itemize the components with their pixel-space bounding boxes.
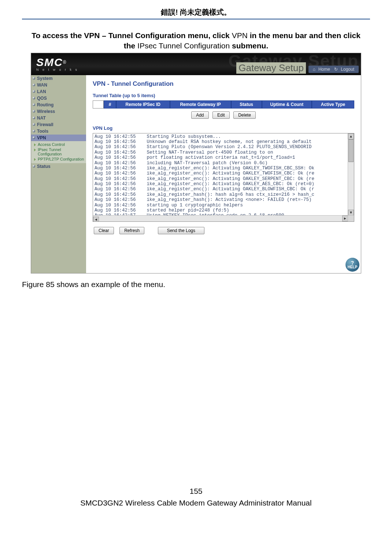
- instr-p2: VPN: [232, 31, 248, 40]
- app-header: SMC® N e t w o r k s Gateway Setup Gatew…: [31, 53, 361, 75]
- col-active: Active Type: [312, 100, 354, 109]
- content-heading: VPN - Tunnel Configuration: [93, 80, 354, 88]
- refresh-button[interactable]: Refresh: [119, 227, 144, 234]
- sidebar-item-status[interactable]: Status: [31, 163, 86, 170]
- col-uptime: Uptime & Count: [262, 100, 312, 109]
- sub-access-control[interactable]: Access Control: [31, 142, 86, 147]
- sidebar-item-wireless[interactable]: Wireless: [31, 108, 86, 115]
- sidebar-item-tools[interactable]: Tools: [31, 128, 86, 135]
- vpn-log-text: Aug 10 16:42:55 Starting Pluto subsystem…: [93, 133, 354, 222]
- help-icon: ?: [345, 261, 359, 265]
- tunnel-table-header: # Remote IPSec ID Remote Gateway IP Stat…: [93, 100, 354, 109]
- send-logs-button[interactable]: Send the Logs: [158, 227, 204, 234]
- delete-button[interactable]: Delete: [233, 111, 256, 119]
- clear-button[interactable]: Clear: [94, 227, 114, 234]
- sidebar-item-vpn[interactable]: VPN: [31, 135, 86, 141]
- instr-p4: IPsec Tunnel Configuration: [137, 41, 230, 50]
- instr-p5: submenu.: [230, 41, 268, 50]
- top-divider: [22, 19, 370, 19]
- sub-ipsec-tunnel[interactable]: IPsec Tunnel Configuration: [31, 147, 86, 157]
- scroll-corner: [348, 215, 354, 221]
- vpn-submenu: Access Control IPsec Tunnel Configuratio…: [31, 141, 86, 163]
- footer-text: SMCD3GN2 Wireless Cable Modem Gateway Ad…: [22, 499, 370, 507]
- sub-pptp-l2tp[interactable]: PPTP/L2TP Configuration: [31, 157, 86, 162]
- col-remote-id: Remote IPSec ID: [116, 100, 170, 109]
- vpn-log-box: Aug 10 16:42:55 Starting Pluto subsystem…: [93, 133, 354, 222]
- brand-logo: SMC® N e t w o r k s: [36, 56, 78, 71]
- help-button[interactable]: ? HELP: [345, 258, 359, 272]
- sidebar-item-qos[interactable]: QOS: [31, 95, 86, 102]
- scroll-up-icon[interactable]: ▲: [348, 133, 354, 139]
- main-content: VPN - Tunnel Configuration Tunnel Table …: [86, 75, 361, 273]
- sidebar-item-system[interactable]: System: [31, 75, 86, 82]
- col-status: Status: [231, 100, 262, 109]
- instruction-text: To access the VPN – Tunnel Configuration…: [29, 30, 363, 51]
- sidebar-item-firewall[interactable]: Firewall: [31, 121, 86, 128]
- logout-icon: ↻: [334, 67, 338, 72]
- sidebar: System WAN LAN QOS Routing Wireless NAT …: [31, 75, 86, 273]
- col-blank: [93, 100, 104, 109]
- logout-link[interactable]: Logout: [341, 67, 354, 72]
- scroll-down-icon[interactable]: ▼: [348, 210, 354, 216]
- embedded-screenshot: SMC® N e t w o r k s Gateway Setup Gatew…: [31, 53, 361, 273]
- top-error-text: 錯誤! 尚未定義樣式。: [22, 7, 370, 17]
- sidebar-item-lan[interactable]: LAN: [31, 88, 86, 95]
- brand-reg: ®: [63, 59, 66, 65]
- log-action-buttons: Clear Refresh Send the Logs: [93, 227, 354, 234]
- edit-button[interactable]: Edit: [212, 111, 230, 119]
- scroll-thumb-v[interactable]: [348, 139, 354, 162]
- instr-p1: To access the VPN – Tunnel Configuration…: [32, 31, 232, 40]
- page-number: 155: [22, 487, 370, 496]
- figure-caption: Figure 85 shows an example of the menu.: [22, 280, 370, 289]
- sidebar-item-nat[interactable]: NAT: [31, 115, 86, 121]
- page-footer: 155 SMCD3GN2 Wireless Cable Modem Gatewa…: [22, 487, 370, 507]
- tunnel-buttons: Add Edit Delete: [93, 111, 354, 119]
- tunnel-table-title: Tunnel Table (up to 5 items): [93, 93, 354, 98]
- scroll-right-icon[interactable]: ►: [342, 216, 348, 221]
- brand-name: SMC: [36, 56, 63, 68]
- col-remote-gw: Remote Gateway IP: [170, 100, 231, 109]
- header-links: ⌂Home ↻Logout: [308, 66, 359, 73]
- scroll-left-icon[interactable]: ◄: [93, 217, 99, 222]
- help-label: HELP: [348, 265, 358, 269]
- home-icon: ⌂: [313, 67, 315, 72]
- add-button[interactable]: Add: [191, 111, 208, 119]
- page-title: Gateway Setup: [236, 62, 306, 74]
- log-scrollbar-vertical[interactable]: ▲ ▼: [348, 133, 354, 216]
- vpn-log-title: VPN Log: [93, 125, 354, 131]
- log-scrollbar-horizontal[interactable]: ◄ ►: [93, 215, 348, 221]
- home-link[interactable]: Home: [318, 67, 330, 72]
- sidebar-item-wan[interactable]: WAN: [31, 82, 86, 88]
- sidebar-item-routing[interactable]: Routing: [31, 102, 86, 108]
- brand-sub: N e t w o r k s: [36, 68, 78, 71]
- col-hash: #: [104, 100, 116, 109]
